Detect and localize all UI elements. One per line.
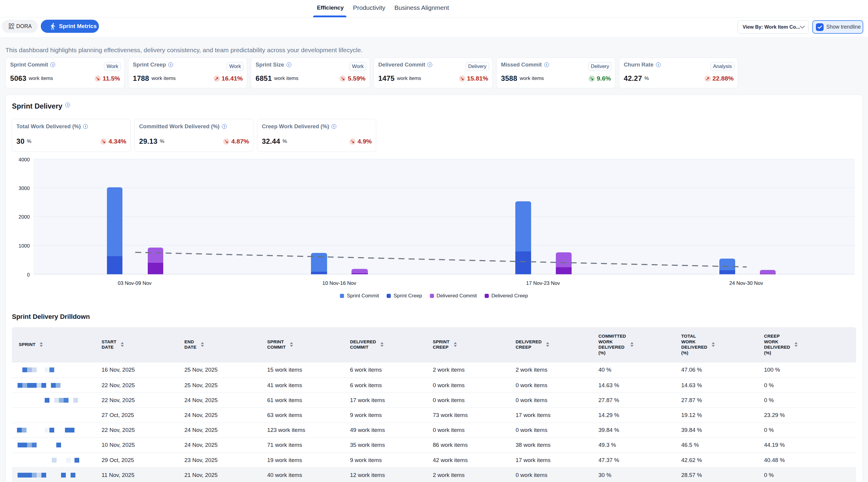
svg-text:24 Nov-30 Nov: 24 Nov-30 Nov	[729, 280, 763, 286]
svg-text:1000: 1000	[19, 243, 30, 249]
svg-text:4000: 4000	[19, 157, 30, 163]
svg-text:3000: 3000	[19, 186, 30, 191]
svg-text:03 Nov-09 Nov: 03 Nov-09 Nov	[118, 280, 152, 286]
svg-text:2000: 2000	[19, 214, 30, 220]
svg-text:10 Nov-16 Nov: 10 Nov-16 Nov	[322, 280, 356, 286]
svg-text:17 Nov-23 Nov: 17 Nov-23 Nov	[526, 280, 560, 286]
svg-text:0: 0	[27, 272, 30, 278]
